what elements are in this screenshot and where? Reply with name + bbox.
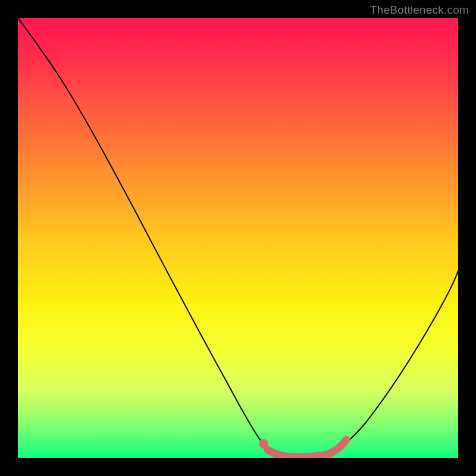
bottleneck-curve [18, 18, 458, 457]
highlight-start-dot [259, 439, 268, 449]
chart-overlay [18, 18, 458, 458]
optimal-range-highlight [268, 440, 346, 457]
watermark-text: TheBottleneck.com [370, 4, 469, 17]
